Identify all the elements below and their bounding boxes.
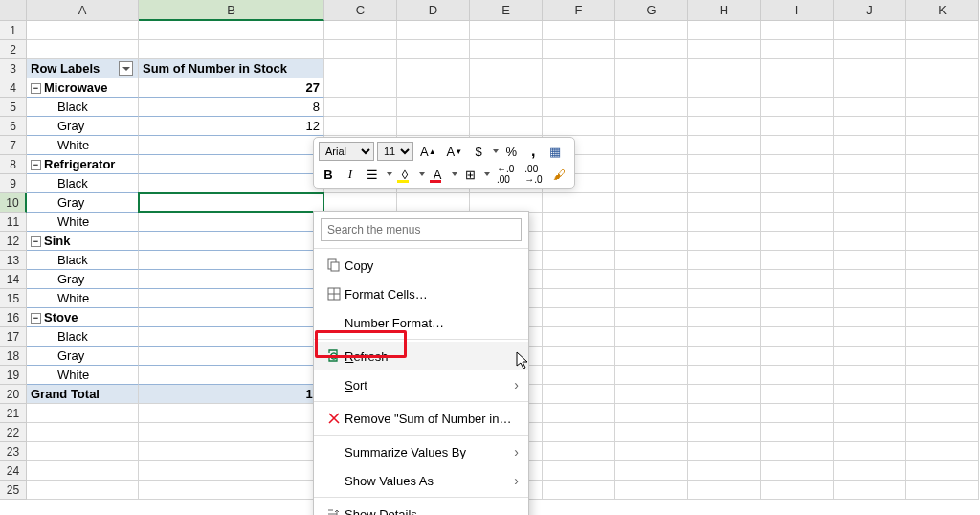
row-header[interactable]: 2 [0, 40, 27, 59]
col-header-D[interactable]: D [397, 0, 470, 21]
cell[interactable]: Gray [27, 270, 139, 289]
cell[interactable] [688, 59, 761, 78]
menu-format-cells[interactable]: Format Cells… [314, 280, 528, 308]
cell[interactable] [397, 40, 470, 59]
row-header[interactable]: 23 [0, 442, 27, 461]
cell[interactable] [834, 404, 906, 423]
row-header[interactable]: 18 [0, 347, 27, 366]
cell[interactable] [906, 327, 979, 347]
col-header-F[interactable]: F [543, 0, 615, 21]
cell[interactable] [139, 270, 324, 289]
font-size-select[interactable]: 11 [377, 142, 413, 161]
cell[interactable] [834, 117, 906, 136]
cell[interactable] [688, 442, 761, 461]
cell[interactable] [543, 404, 615, 423]
row-header[interactable]: 21 [0, 404, 27, 423]
row-header[interactable]: 25 [0, 481, 27, 500]
collapse-icon[interactable]: − [31, 83, 41, 94]
cell[interactable] [761, 117, 834, 136]
row-header[interactable]: 11 [0, 213, 27, 232]
col-header-G[interactable]: G [615, 0, 688, 21]
cell[interactable] [761, 232, 834, 251]
cell[interactable] [906, 404, 979, 423]
row-header[interactable]: 15 [0, 289, 27, 308]
cell[interactable] [139, 232, 324, 251]
cell[interactable]: White [27, 289, 139, 308]
cell[interactable] [906, 481, 979, 500]
menu-search-input[interactable] [321, 218, 522, 241]
cell[interactable] [906, 193, 979, 213]
cell[interactable] [139, 308, 324, 327]
currency-icon[interactable]: $ [469, 141, 488, 162]
cell[interactable] [761, 270, 834, 289]
cell[interactable] [470, 117, 543, 136]
cell[interactable] [688, 174, 761, 193]
cell[interactable] [834, 193, 906, 213]
cell[interactable] [615, 213, 688, 232]
cell[interactable] [688, 193, 761, 213]
cell[interactable] [324, 193, 397, 213]
row-header[interactable]: 17 [0, 327, 27, 347]
cell[interactable] [139, 136, 324, 155]
cell[interactable] [397, 117, 470, 136]
row-header[interactable]: 9 [0, 174, 27, 193]
menu-show-values-as[interactable]: Show Values As › [314, 466, 528, 495]
cell[interactable] [688, 21, 761, 40]
cell[interactable]: 27 [139, 78, 324, 98]
cell[interactable] [834, 442, 906, 461]
cell[interactable] [834, 21, 906, 40]
row-header[interactable]: 7 [0, 136, 27, 155]
cell[interactable] [615, 251, 688, 270]
menu-number-format[interactable]: Number Format… [314, 308, 528, 337]
cell[interactable] [543, 232, 615, 251]
grow-font-icon[interactable]: A▲ [416, 141, 440, 162]
cell[interactable] [834, 136, 906, 155]
cell[interactable] [543, 213, 615, 232]
cell[interactable] [688, 481, 761, 500]
cell[interactable] [761, 251, 834, 270]
cell[interactable] [615, 98, 688, 117]
cell[interactable] [688, 366, 761, 385]
cell[interactable] [397, 193, 470, 213]
cell[interactable] [324, 78, 397, 98]
cell[interactable] [543, 117, 615, 136]
cell[interactable] [615, 423, 688, 442]
cell[interactable] [688, 270, 761, 289]
cell[interactable] [615, 155, 688, 174]
row-header[interactable]: 4 [0, 78, 27, 98]
cell[interactable] [139, 289, 324, 308]
cell[interactable] [761, 213, 834, 232]
cell[interactable] [834, 461, 906, 481]
increase-decimal-icon[interactable]: ←.0.00 [493, 164, 518, 185]
cell[interactable] [688, 155, 761, 174]
cell[interactable] [27, 40, 139, 59]
cell[interactable] [397, 98, 470, 117]
filter-dropdown-icon[interactable] [119, 61, 133, 76]
cell[interactable] [906, 155, 979, 174]
row-header[interactable]: 24 [0, 461, 27, 481]
menu-refresh[interactable]: Refresh [314, 342, 528, 370]
cell[interactable] [906, 423, 979, 442]
cell[interactable] [543, 40, 615, 59]
col-header-E[interactable]: E [470, 0, 543, 21]
cell[interactable] [906, 40, 979, 59]
cell[interactable] [906, 289, 979, 308]
cell[interactable] [834, 232, 906, 251]
cell[interactable] [615, 442, 688, 461]
cell[interactable] [615, 78, 688, 98]
menu-summarize-values[interactable]: Summarize Values By › [314, 437, 528, 466]
col-header-C[interactable]: C [324, 0, 397, 21]
cell[interactable] [761, 327, 834, 347]
col-header-I[interactable]: I [761, 0, 834, 21]
row-header[interactable]: 8 [0, 155, 27, 174]
cell[interactable] [761, 366, 834, 385]
shrink-font-icon[interactable]: A▼ [443, 141, 467, 162]
cell[interactable] [688, 251, 761, 270]
cell[interactable]: Sum of Number in Stock [139, 59, 324, 78]
cell[interactable]: White [27, 136, 139, 155]
cell[interactable] [615, 270, 688, 289]
cell[interactable] [615, 327, 688, 347]
cell[interactable] [761, 385, 834, 404]
cell[interactable] [27, 21, 139, 40]
col-header-B[interactable]: B [139, 0, 324, 21]
